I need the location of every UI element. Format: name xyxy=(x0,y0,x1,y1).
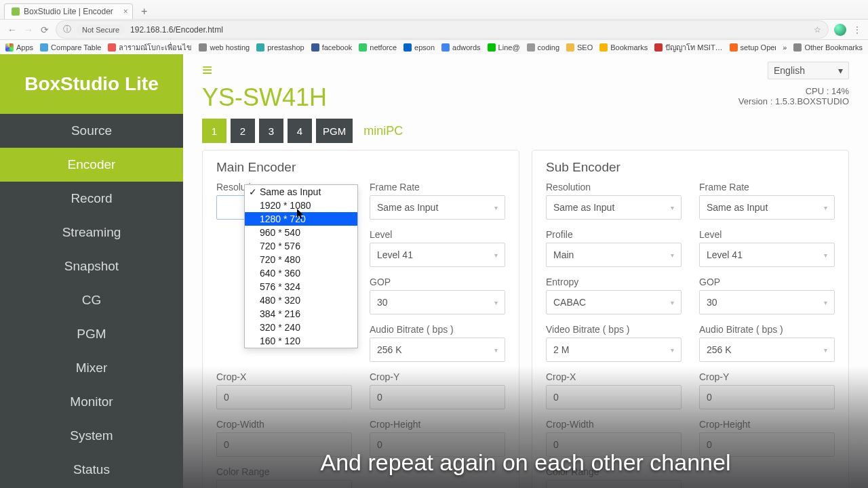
sidebar-item-encoder[interactable]: Encoder xyxy=(0,148,183,182)
audio-bitrate-select[interactable]: 256 K▾ xyxy=(370,338,505,362)
resolution-option[interactable]: 640 * 360 xyxy=(245,266,357,280)
bookmark-favicon xyxy=(527,43,535,52)
bookmark-item[interactable]: epson xyxy=(403,41,435,54)
bookmark-favicon xyxy=(40,43,48,52)
bookmark-item[interactable]: Line@ xyxy=(488,41,520,54)
sub-crop-height-label: Crop-Height xyxy=(699,419,835,430)
resolution-option[interactable]: 320 * 240 xyxy=(245,321,357,334)
bookmark-favicon xyxy=(488,43,496,52)
apps-button[interactable]: Apps xyxy=(5,43,33,52)
sub-crop-x-input[interactable]: 0 xyxy=(546,385,682,409)
bookmarks-overflow[interactable]: » xyxy=(783,43,787,52)
bookmark-item[interactable]: SEO xyxy=(566,41,593,54)
profile-avatar[interactable] xyxy=(834,24,846,36)
info-icon[interactable]: ⓘ xyxy=(63,24,71,35)
chevron-down-icon: ▾ xyxy=(824,251,827,259)
sidebar-item-source[interactable]: Source xyxy=(0,114,183,148)
bookmark-item[interactable]: adwords xyxy=(441,41,481,54)
sub-entropy-select[interactable]: CABAC▾ xyxy=(546,290,682,314)
brand-logo: BoxStudio Lite xyxy=(0,54,183,114)
sidebar-item-status[interactable]: Status xyxy=(0,453,183,487)
sub-entropy-label: Entropy xyxy=(546,277,682,287)
sidebar-item-record[interactable]: Record xyxy=(0,182,183,216)
chevron-down-icon: ▾ xyxy=(824,204,827,211)
bookmark-favicon xyxy=(403,43,412,52)
back-icon[interactable]: ← xyxy=(7,24,18,35)
chevron-down-icon: ▾ xyxy=(671,251,674,259)
main-content: ≡ English ▾ YS-SW41H CPU : 14% Version :… xyxy=(183,54,868,488)
resolution-option[interactable]: 576 * 324 xyxy=(245,280,357,293)
sub-profile-select[interactable]: Main▾ xyxy=(546,243,682,267)
bookmark-item[interactable]: Compare Table xyxy=(40,41,101,54)
bookmarks-bar: Apps Compare Tableลารามณ์โบกะเพื่อนไขweb… xyxy=(0,39,868,54)
other-bookmarks[interactable]: Other Bookmarks xyxy=(793,43,863,52)
sub-gop-select[interactable]: 30▾ xyxy=(699,290,835,314)
sub-resolution-select[interactable]: Same as Input▾ xyxy=(546,195,682,220)
sub-level-select[interactable]: Level 41▾ xyxy=(699,243,835,267)
bookmark-item[interactable]: ปัญญาโท MSIT… xyxy=(654,41,722,54)
chevron-down-icon: ▾ xyxy=(838,65,843,76)
bookmark-item[interactable]: coding xyxy=(527,41,559,54)
forward-icon[interactable]: → xyxy=(23,24,34,35)
menu-icon[interactable]: ⋮ xyxy=(853,25,861,35)
bookmark-item[interactable]: ลารามณ์โบกะเพื่อนไข xyxy=(108,41,192,54)
language-select[interactable]: English ▾ xyxy=(768,62,849,79)
resolution-option[interactable]: 160 * 120 xyxy=(245,334,357,348)
sidebar-item-monitor[interactable]: Monitor xyxy=(0,385,183,419)
bookmark-item[interactable]: setup OpenVPN of… xyxy=(730,41,776,54)
tab-close-icon[interactable]: × xyxy=(123,7,128,16)
channel-button-2[interactable]: 2 xyxy=(231,119,255,143)
bookmark-favicon xyxy=(199,43,207,52)
star-icon[interactable]: ☆ xyxy=(814,25,821,35)
sub-video-bitrate-select[interactable]: 2 M▾ xyxy=(546,338,682,362)
sub-audio-bitrate-select[interactable]: 256 K▾ xyxy=(699,338,835,362)
frame-rate-select[interactable]: Same as Input▾ xyxy=(370,195,505,220)
chevron-down-icon: ▾ xyxy=(494,251,498,259)
sub-profile-label: Profile xyxy=(546,229,682,240)
channel-button-1[interactable]: 1 xyxy=(202,119,226,143)
level-select[interactable]: Level 41▾ xyxy=(370,243,505,267)
sidebar-item-snapshot[interactable]: Snapshot xyxy=(0,249,183,283)
bookmark-label: Bookmarks xyxy=(610,43,648,52)
frame-rate-label: Frame Rate xyxy=(370,182,505,192)
sub-crop-y-input[interactable]: 0 xyxy=(699,385,835,409)
gop-select[interactable]: 30▾ xyxy=(370,290,505,314)
sidebar-item-cg[interactable]: CG xyxy=(0,283,183,317)
bookmark-item[interactable]: facebook xyxy=(311,41,353,54)
chevron-down-icon: ▾ xyxy=(671,346,674,354)
resolution-option[interactable]: 720 * 480 xyxy=(245,253,357,266)
new-tab-button[interactable]: + xyxy=(137,4,151,19)
address-bar[interactable]: ⓘ Not Secure 192.168.1.6/Encoder.html ☆ xyxy=(56,20,829,39)
crop-x-input[interactable]: 0 xyxy=(216,385,352,409)
video-caption: And repeat again on each other channel xyxy=(183,449,868,476)
channel-button-pgm[interactable]: PGM xyxy=(316,119,353,143)
sidebar-item-pgm[interactable]: PGM xyxy=(0,317,183,351)
hamburger-icon[interactable]: ≡ xyxy=(202,60,212,81)
resolution-option[interactable]: Same as Input xyxy=(245,185,357,199)
sidebar-item-streaming[interactable]: Streaming xyxy=(0,216,183,249)
sub-audio-bitrate-label: Audio Bitrate ( bps ) xyxy=(699,324,835,335)
bookmark-item[interactable]: web hosting xyxy=(199,41,250,54)
resolution-option[interactable]: 720 * 576 xyxy=(245,239,357,253)
sidebar-item-mixer[interactable]: Mixer xyxy=(0,351,183,385)
chevron-down-icon: ▾ xyxy=(824,346,827,354)
color-range-select[interactable]: Full Color▾ xyxy=(216,480,352,488)
bookmark-item[interactable]: netforce xyxy=(359,41,397,54)
sub-color-range-select[interactable]: Full Color▾ xyxy=(546,480,682,488)
resolution-option[interactable]: 384 * 216 xyxy=(245,307,357,321)
bookmark-item[interactable]: prestashop xyxy=(256,41,304,54)
bookmark-item[interactable]: Bookmarks xyxy=(599,41,648,54)
sidebar-item-system[interactable]: System xyxy=(0,419,183,453)
sub-frame-rate-label: Frame Rate xyxy=(699,182,835,192)
channel-button-4[interactable]: 4 xyxy=(288,119,312,143)
crop-y-input[interactable]: 0 xyxy=(370,385,505,409)
sub-crop-y-label: Crop-Y xyxy=(699,371,835,382)
resolution-option[interactable]: 960 * 540 xyxy=(245,226,357,239)
not-secure-badge[interactable]: Not Secure xyxy=(77,24,125,35)
browser-tab[interactable]: BoxStudio Lite | Encoder × xyxy=(4,3,133,19)
reload-icon[interactable]: ⟳ xyxy=(39,24,50,35)
channel-button-3[interactable]: 3 xyxy=(259,119,283,143)
chevron-down-icon: ▾ xyxy=(494,346,498,354)
resolution-option[interactable]: 480 * 320 xyxy=(245,293,357,307)
sub-frame-rate-select[interactable]: Same as Input▾ xyxy=(699,195,835,220)
